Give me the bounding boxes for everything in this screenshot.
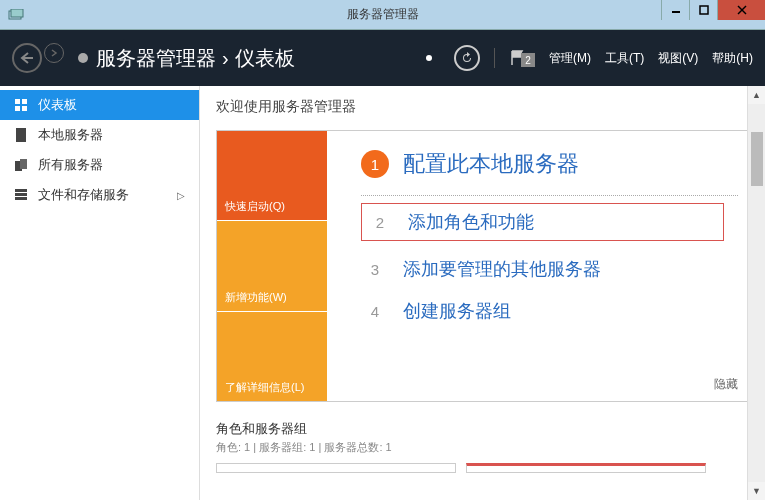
- refresh-button[interactable]: [454, 45, 480, 71]
- tile-learnmore[interactable]: 了解详细信息(L): [217, 312, 327, 401]
- sidebar-item-dashboard[interactable]: 仪表板: [0, 90, 199, 120]
- window-controls: [661, 0, 765, 20]
- menu-view[interactable]: 视图(V): [658, 50, 698, 67]
- svg-rect-8: [15, 106, 20, 111]
- nav-forward-button[interactable]: [44, 43, 64, 63]
- window-titlebar: 服务器管理器: [0, 0, 765, 30]
- step-number: 2: [366, 208, 394, 236]
- quickstart-tiles: 快速启动(Q) 新增功能(W) 了解详细信息(L): [217, 131, 327, 401]
- nav-back-button[interactable]: [12, 43, 42, 73]
- role-box[interactable]: [216, 463, 456, 473]
- hide-link[interactable]: 隐藏: [714, 376, 738, 393]
- dot-icon: [426, 55, 432, 61]
- chevron-right-icon: ▷: [177, 190, 185, 201]
- roles-subtitle: 角色: 1 | 服务器组: 1 | 服务器总数: 1: [216, 440, 749, 455]
- sidebar: 仪表板 本地服务器 所有服务器 文件和存储服务 ▷: [0, 86, 200, 500]
- close-button[interactable]: [717, 0, 765, 20]
- dashboard-icon: [14, 99, 28, 111]
- svg-rect-3: [700, 6, 708, 14]
- scrollbar[interactable]: ▲ ▼: [747, 86, 765, 500]
- tile-quickstart[interactable]: 快速启动(Q): [217, 131, 327, 221]
- sidebar-item-label: 所有服务器: [38, 156, 103, 174]
- svg-rect-15: [15, 197, 27, 200]
- steps-area: 1 配置此本地服务器 2 添加角色和功能 3 添加要管理的其他服务器 4 创建服…: [327, 131, 748, 401]
- step-number: 4: [361, 297, 389, 325]
- sidebar-item-label: 仪表板: [38, 96, 77, 114]
- notifications-button[interactable]: 2: [509, 49, 535, 67]
- sidebar-item-local-server[interactable]: 本地服务器: [0, 120, 199, 150]
- roles-title: 角色和服务器组: [216, 420, 749, 438]
- minimize-button[interactable]: [661, 0, 689, 20]
- sidebar-item-storage[interactable]: 文件和存储服务 ▷: [0, 180, 199, 210]
- divider: [361, 195, 738, 196]
- step-label: 添加角色和功能: [408, 210, 534, 234]
- svg-rect-10: [16, 128, 26, 142]
- step-add-roles[interactable]: 2 添加角色和功能: [361, 203, 724, 241]
- scroll-up-button[interactable]: ▲: [748, 86, 765, 104]
- separator: [494, 48, 495, 68]
- roles-section: 角色和服务器组 角色: 1 | 服务器组: 1 | 服务器总数: 1: [216, 420, 749, 473]
- maximize-button[interactable]: [689, 0, 717, 20]
- scroll-down-button[interactable]: ▼: [748, 482, 765, 500]
- tile-whatsnew[interactable]: 新增功能(W): [217, 221, 327, 311]
- role-box[interactable]: [466, 463, 706, 473]
- menu-manage[interactable]: 管理(M): [549, 50, 591, 67]
- menu-help[interactable]: 帮助(H): [712, 50, 753, 67]
- breadcrumb: 服务器管理器 › 仪表板: [96, 45, 295, 72]
- notification-count: 2: [521, 53, 535, 67]
- svg-rect-9: [22, 106, 27, 111]
- sidebar-item-label: 文件和存储服务: [38, 186, 129, 204]
- bullet-icon: [78, 53, 88, 63]
- sidebar-item-all-servers[interactable]: 所有服务器: [0, 150, 199, 180]
- step-configure-server[interactable]: 1 配置此本地服务器: [361, 149, 734, 179]
- step-label: 添加要管理的其他服务器: [403, 257, 601, 281]
- app-icon: [8, 7, 28, 23]
- svg-rect-13: [15, 189, 27, 192]
- breadcrumb-section[interactable]: 仪表板: [235, 45, 295, 72]
- app-header: 服务器管理器 › 仪表板 2 管理(M) 工具(T) 视图(V) 帮助(H): [0, 30, 765, 86]
- menu-tools[interactable]: 工具(T): [605, 50, 644, 67]
- step-number: 3: [361, 255, 389, 283]
- breadcrumb-app[interactable]: 服务器管理器: [96, 45, 216, 72]
- step-label: 配置此本地服务器: [403, 149, 579, 179]
- svg-rect-6: [15, 99, 20, 104]
- step-number: 1: [361, 150, 389, 178]
- welcome-panel: 快速启动(Q) 新增功能(W) 了解详细信息(L) 1 配置此本地服务器 2 添…: [216, 130, 749, 402]
- servers-icon: [14, 159, 28, 171]
- sidebar-item-label: 本地服务器: [38, 126, 103, 144]
- svg-rect-7: [22, 99, 27, 104]
- svg-rect-12: [20, 159, 27, 169]
- server-icon: [14, 128, 28, 142]
- step-add-servers[interactable]: 3 添加要管理的其他服务器: [361, 255, 734, 283]
- svg-rect-1: [11, 9, 23, 17]
- chevron-right-icon: ›: [222, 47, 229, 70]
- step-label: 创建服务器组: [403, 299, 511, 323]
- main-content: 欢迎使用服务器管理器 快速启动(Q) 新增功能(W) 了解详细信息(L) 1 配…: [200, 86, 765, 500]
- scroll-thumb[interactable]: [751, 132, 763, 186]
- storage-icon: [14, 189, 28, 201]
- window-title: 服务器管理器: [347, 6, 419, 23]
- step-create-group[interactable]: 4 创建服务器组: [361, 297, 734, 325]
- welcome-heading: 欢迎使用服务器管理器: [216, 98, 749, 116]
- svg-rect-14: [15, 193, 27, 196]
